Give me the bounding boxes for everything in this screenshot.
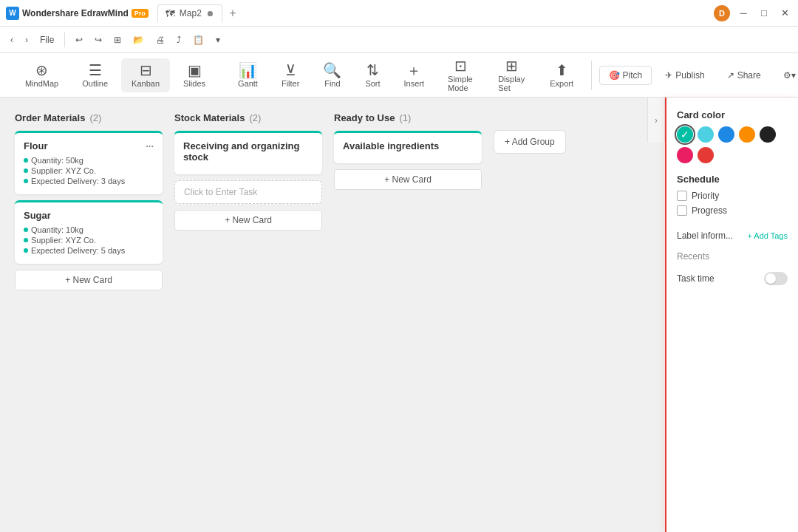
add-card-col1[interactable]: + New Card xyxy=(15,270,163,290)
swatch-black[interactable] xyxy=(760,126,776,143)
available-title-text: Available ingredients xyxy=(343,140,439,151)
main-toolbar: ⊛ MindMap ☰ Outline ⊟ Kanban ▣ Slides 📊 … xyxy=(0,53,798,98)
card-stock-title: Receiving and organizing stock xyxy=(183,140,313,163)
add-tab-button[interactable]: + xyxy=(224,4,242,22)
priority-checkbox[interactable] xyxy=(677,191,687,201)
export-tool[interactable]: ⬆ Export xyxy=(539,58,584,92)
insert-tool[interactable]: ＋ Insert xyxy=(394,58,435,92)
swatch-blue-light[interactable] xyxy=(698,126,714,143)
sep1 xyxy=(64,33,65,47)
tab-label: Map2 xyxy=(180,8,202,18)
redo-button[interactable]: ↪ xyxy=(90,33,106,47)
map-tab[interactable]: 🗺 Map2 ⏺ xyxy=(157,4,222,22)
panel-collapse-arrow[interactable]: › xyxy=(647,98,665,142)
card-flour-title: Flour ··· xyxy=(24,140,154,151)
slides-tool[interactable]: ▣ Slides xyxy=(173,58,216,92)
swatch-blue[interactable] xyxy=(718,126,734,143)
close-button[interactable]: ✕ xyxy=(777,6,792,21)
column-ready-to-use: Ready to Use (1) Available ingredients +… xyxy=(334,112,482,190)
flour-supplier: Supplier: XYZ Co. xyxy=(31,166,96,175)
tasktime-label: Task time xyxy=(677,273,715,284)
file-menu[interactable]: File xyxy=(35,33,58,47)
find-tool[interactable]: 🔍 Find xyxy=(313,58,352,92)
detail-dot4 xyxy=(24,228,28,232)
filter-label: Filter xyxy=(282,79,299,88)
sugar-delivery: Expected Delivery: 5 days xyxy=(31,246,125,255)
card-flour: Flour ··· Quantity: 50kg Supplier: XYZ C… xyxy=(15,131,163,194)
column-order-materials: Order Materials (2) Flour ··· Quantity: … xyxy=(15,112,163,290)
outline-label: Outline xyxy=(82,79,108,88)
kanban-tool[interactable]: ⊟ Kanban xyxy=(121,58,170,92)
col3-count: (1) xyxy=(399,112,411,123)
titlebar: W Wondershare EdrawMind Pro 🗺 Map2 ⏺ + D… xyxy=(0,0,798,27)
priority-item: Priority xyxy=(677,191,788,201)
file-menu-label: File xyxy=(40,35,54,45)
tasktime-row: Task time xyxy=(677,272,788,285)
col2-header: Stock Materials (2) xyxy=(174,112,322,123)
clipboard-button[interactable]: 📋 xyxy=(188,33,208,47)
display-set-icon: ⊞ xyxy=(505,58,518,73)
priority-label: Priority xyxy=(692,191,719,201)
recents-section: Recents xyxy=(677,251,788,262)
card-color-section: Card color ✓ xyxy=(677,109,788,163)
add-card-col3-label: + New Card xyxy=(384,174,432,185)
add-card-col3[interactable]: + New Card xyxy=(334,169,482,190)
slides-label: Slides xyxy=(183,79,205,88)
add-group-button[interactable]: + Add Group xyxy=(494,130,566,154)
progress-checkbox[interactable] xyxy=(677,205,687,216)
flour-delivery: Expected Delivery: 3 days xyxy=(31,177,125,185)
detail-dot1 xyxy=(24,158,28,163)
flour-detail-3: Expected Delivery: 3 days xyxy=(24,177,154,185)
sugar-supplier: Supplier: XYZ Co. xyxy=(31,236,96,245)
display-set-label: Display Set xyxy=(498,75,525,92)
mindmap-tool[interactable]: ⊛ MindMap xyxy=(15,58,69,92)
filter-icon: ⊻ xyxy=(285,63,296,78)
new-page-button[interactable]: ⊞ xyxy=(109,33,126,47)
sugar-detail-2: Supplier: XYZ Co. xyxy=(24,236,154,245)
card-placeholder[interactable]: Click to Enter Task xyxy=(174,180,322,204)
pitch-label: Pitch xyxy=(623,70,643,81)
share-button[interactable]: ↗Share xyxy=(718,66,770,84)
col3-header: Ready to Use (1) xyxy=(334,112,482,123)
dropdown-button[interactable]: ▾ xyxy=(211,33,225,47)
swatch-pink[interactable] xyxy=(677,147,693,163)
gantt-tool[interactable]: 📊 Gantt xyxy=(228,58,268,92)
display-set-tool[interactable]: ⊞ Display Set xyxy=(488,54,535,97)
swatch-teal[interactable]: ✓ xyxy=(677,126,693,143)
publish-button[interactable]: ✈Publish xyxy=(656,66,713,84)
filter-tool[interactable]: ⊻ Filter xyxy=(271,58,310,92)
find-label: Find xyxy=(324,79,340,88)
tab-close-icon[interactable]: ⏺ xyxy=(206,9,214,18)
publish-label: Publish xyxy=(675,70,704,81)
back-button[interactable]: ‹ xyxy=(6,33,18,47)
swatch-red[interactable] xyxy=(698,147,714,163)
col2-title: Stock Materials xyxy=(174,112,245,123)
col1-header: Order Materials (2) xyxy=(15,112,163,123)
add-tags-button[interactable]: + Add Tags xyxy=(747,231,788,240)
tasktime-toggle[interactable] xyxy=(764,272,788,285)
outline-icon: ☰ xyxy=(89,63,102,78)
add-card-col2[interactable]: + New Card xyxy=(174,210,322,231)
card-color-title: Card color xyxy=(677,109,788,120)
sort-tool[interactable]: ⇅ Sort xyxy=(355,58,390,92)
outline-tool[interactable]: ☰ Outline xyxy=(72,58,118,92)
toolbar-right: ⊡ Simple Mode ⊞ Display Set ⬆ Export 🎯Pi… xyxy=(437,54,798,97)
simple-mode-tool[interactable]: ⊡ Simple Mode xyxy=(437,54,483,97)
add-card-col1-label: + New Card xyxy=(65,275,112,285)
pitch-button[interactable]: 🎯Pitch xyxy=(599,66,652,85)
maximize-button[interactable]: □ xyxy=(757,6,771,21)
toggle-thumb xyxy=(765,273,776,284)
card-flour-menu[interactable]: ··· xyxy=(146,140,154,151)
print-button[interactable]: 🖨 xyxy=(151,33,169,47)
label-inform-text: Label inform... xyxy=(677,231,733,241)
export-icon-button[interactable]: ⤴ xyxy=(172,33,185,47)
minimize-button[interactable]: ─ xyxy=(736,6,751,21)
forward-button[interactable]: › xyxy=(21,33,33,47)
open-button[interactable]: 📂 xyxy=(129,33,149,47)
detail-dot3 xyxy=(24,179,28,183)
find-icon: 🔍 xyxy=(323,63,341,78)
settings-button[interactable]: ⚙▾ xyxy=(774,66,798,84)
swatch-orange[interactable] xyxy=(739,126,755,143)
add-group-area: + Add Group xyxy=(494,112,566,154)
undo-button[interactable]: ↩ xyxy=(71,33,87,47)
